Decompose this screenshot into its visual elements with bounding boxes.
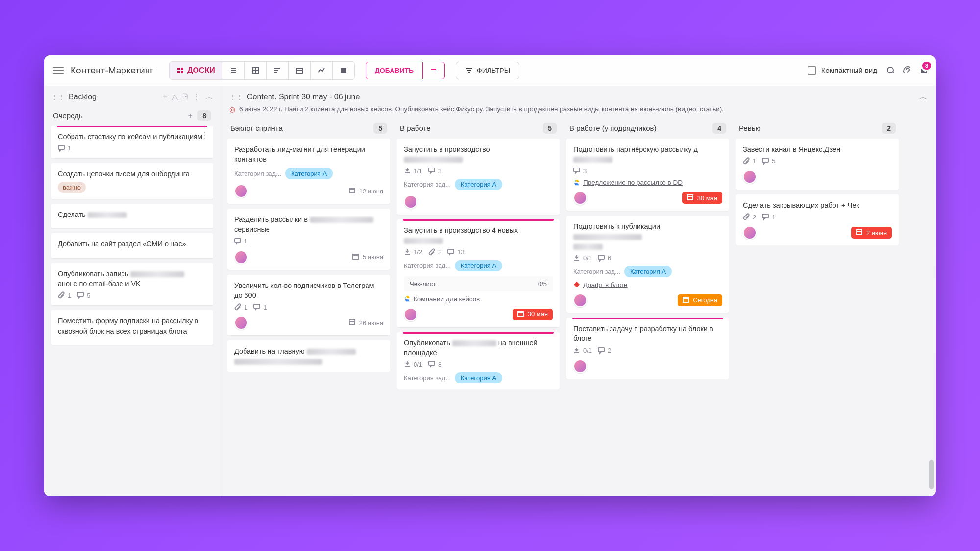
add-card-icon[interactable]: + [188, 111, 193, 120]
kanban-card[interactable]: Подготовить партнёрскую рассылку д 3 Пре… [566, 139, 729, 211]
column-title: Бэклог спринта [230, 124, 283, 132]
kanban-column: В работе 5 Запустить в производство 1/13… [397, 119, 560, 489]
table-icon [251, 67, 259, 74]
chart-icon [318, 67, 325, 74]
avatar[interactable] [234, 184, 248, 198]
svg-point-21 [887, 67, 893, 73]
avatar[interactable] [573, 359, 587, 373]
sprint-main: ⋮⋮ Content. Sprint 30 may - 06 june ︿ ◎ … [220, 86, 936, 496]
svg-rect-0 [177, 68, 180, 70]
kanban-card[interactable]: Запустить в производство 1/13 Категория … [397, 139, 560, 215]
more-icon[interactable]: ⋮ [193, 92, 200, 102]
attachment-link[interactable]: Компании для кейсов [404, 295, 553, 303]
view-switcher: ДОСКИ [169, 61, 355, 80]
sub-meta: 0/1 [573, 254, 592, 262]
avatar[interactable] [743, 226, 757, 240]
kanban-card[interactable]: Завести канал в Яндекс.Дзен 15 [736, 139, 899, 190]
backlog-card[interactable]: ⋮ Собрать стастику по кейсам и публикаци… [51, 126, 213, 158]
add-collapse-button[interactable] [423, 62, 444, 79]
backlog-card[interactable]: Сделать [51, 204, 213, 228]
attach-meta: 1 [743, 157, 756, 165]
avatar[interactable] [234, 316, 248, 330]
card-title: Сделать [58, 210, 206, 219]
due-date-overdue: 30 мая [513, 309, 553, 320]
kanban-card[interactable]: Подготовить к публикации 0/16 Категория … [566, 216, 729, 313]
view-boards[interactable]: ДОСКИ [170, 62, 222, 79]
filter-button[interactable]: ФИЛЬТРЫ [456, 62, 519, 79]
comments-meta: 1 [58, 144, 71, 152]
kanban-card[interactable]: Разработать лид-магнит для генерации кон… [227, 139, 390, 204]
kanban-card[interactable]: Добавить на главную [227, 340, 390, 372]
view-list[interactable] [222, 62, 245, 79]
svg-line-22 [893, 72, 894, 73]
topbar: Контент-Маркетинг ДОСКИ ДОБАВИТЬ ФИЛЬТРЫ [44, 55, 936, 86]
kanban-card[interactable]: Увеличить кол-во подписчиков в Телеграм … [227, 275, 390, 336]
avatar[interactable] [573, 293, 587, 307]
avatar[interactable] [234, 250, 248, 264]
svg-rect-48 [762, 214, 768, 218]
dashboard-icon [340, 67, 347, 74]
scrollbar[interactable] [929, 111, 934, 491]
due-date-overdue: 30 мая [682, 192, 722, 204]
checklist[interactable]: Чек-лист0/5 [404, 276, 553, 291]
svg-rect-35 [429, 168, 435, 172]
view-calendar[interactable] [289, 62, 311, 79]
bell-icon[interactable]: △ [172, 92, 178, 102]
sprint-description: ◎ 6 июня 2022 г. Найти 2 клиента для нов… [220, 105, 936, 119]
avatar[interactable] [404, 195, 417, 209]
search-icon [886, 66, 894, 73]
chevron-up-icon[interactable]: ︿ [205, 92, 213, 102]
link-icon[interactable]: ⎘ [183, 92, 188, 102]
avatar[interactable] [573, 191, 587, 205]
tag: важно [58, 182, 86, 193]
column-header: В работе 5 [397, 119, 560, 139]
filter-icon [465, 67, 473, 74]
add-button[interactable]: ДОБАВИТЬ [366, 62, 423, 79]
kanban-card[interactable]: Запустить в производство 4 новых 1/2213 … [397, 219, 560, 327]
view-chart[interactable] [311, 62, 333, 79]
backlog-card[interactable]: Добавить на сайт раздел «СМИ о нас» [51, 233, 213, 258]
card-title: Запустить в производство 4 новых [404, 225, 553, 245]
backlog-card[interactable]: Создать цепочки писем для онбординга важ… [51, 163, 213, 199]
avatar[interactable] [743, 170, 757, 184]
category-label: Категория зад... [234, 170, 281, 177]
grip-icon[interactable]: ⋮⋮ [229, 93, 243, 101]
target-icon: ◎ [229, 105, 235, 113]
add-button-group: ДОБАВИТЬ [366, 62, 445, 79]
search-button[interactable] [886, 66, 894, 75]
chevron-up-icon[interactable]: ︿ [919, 92, 927, 102]
more-icon[interactable]: ⋮ [200, 131, 208, 140]
attachment-link[interactable]: Предложение по рассылке в DD [573, 179, 722, 186]
attach-meta: 2 [743, 213, 756, 221]
card-title: Поместить форму подписки на рассылку в с… [58, 316, 206, 336]
category-tag: Категория A [624, 266, 672, 277]
svg-rect-47 [762, 158, 768, 162]
kanban-card[interactable]: Разделить рассылки в сервисные 1 5 июня [227, 209, 390, 270]
inbox-button[interactable]: 8 [919, 66, 927, 75]
backlog-card[interactable]: Опубликовать запись анонс по email-базе … [51, 263, 213, 306]
help-button[interactable] [903, 66, 910, 75]
column-header: В работе (у подрядчиков) 4 [566, 119, 729, 139]
view-gantt[interactable] [267, 62, 289, 79]
card-title: Добавить на главную [234, 346, 383, 366]
menu-icon[interactable] [53, 67, 64, 74]
kanban-card[interactable]: Опубликовать на внешней площадке 0/18 Ка… [397, 332, 560, 390]
compact-view-toggle[interactable]: Компактный вид [808, 66, 877, 75]
attachment-link[interactable]: Драфт в блоге [573, 281, 722, 288]
comments-meta: 1 [253, 303, 267, 311]
card-title: Создать цепочки писем для онбординга [58, 169, 206, 179]
sidebar-title: Backlog [69, 93, 159, 101]
view-dashboard[interactable] [333, 62, 354, 79]
comments-meta: 1 [234, 238, 247, 245]
add-icon[interactable]: + [163, 92, 167, 102]
svg-rect-1 [181, 68, 183, 70]
kanban-card[interactable]: Сделать закрывающих работ + Чек 21 2 июн… [736, 194, 899, 245]
grip-icon[interactable]: ⋮⋮ [51, 93, 65, 101]
kanban-card[interactable]: Поставить задачу в разработку на блоки в… [566, 318, 729, 379]
svg-rect-36 [448, 249, 454, 253]
view-table[interactable] [245, 62, 267, 79]
backlog-card[interactable]: Поместить форму подписки на рассылку в с… [51, 310, 213, 345]
avatar[interactable] [404, 308, 417, 321]
kanban-columns: Бэклог спринта 5 Разработать лид-магнит … [220, 119, 936, 496]
svg-rect-25 [58, 145, 64, 149]
